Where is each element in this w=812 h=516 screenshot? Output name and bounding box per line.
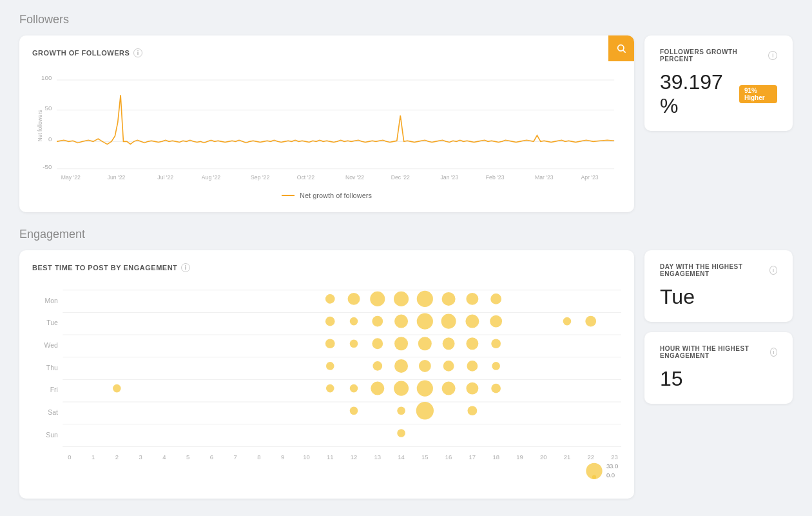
svg-point-98 xyxy=(371,382,384,395)
svg-point-80 xyxy=(325,339,335,348)
svg-text:Apr '23: Apr '23 xyxy=(581,174,599,181)
svg-text:Jun '22: Jun '22 xyxy=(108,174,126,181)
svg-point-81 xyxy=(350,339,358,348)
svg-point-103 xyxy=(491,384,501,393)
followers-grid: GROWTH OF FOLLOWERS i 100 50 0 -50 Net f… xyxy=(19,35,793,212)
chart-legend: Net growth of followers xyxy=(32,192,621,199)
growth-badge: 91% Higher xyxy=(739,85,777,103)
svg-point-68 xyxy=(466,293,478,305)
svg-text:3: 3 xyxy=(139,453,142,461)
svg-point-72 xyxy=(372,316,383,327)
svg-point-76 xyxy=(465,315,479,328)
svg-point-92 xyxy=(443,361,454,372)
svg-point-89 xyxy=(372,361,382,371)
svg-text:21: 21 xyxy=(564,453,571,461)
svg-text:100: 100 xyxy=(41,74,52,81)
svg-point-106 xyxy=(416,402,434,419)
svg-point-73 xyxy=(394,315,408,328)
svg-text:9: 9 xyxy=(281,453,284,461)
best-time-title: BEST TIME TO POST BY ENGAGEMENT i xyxy=(32,263,621,272)
svg-text:19: 19 xyxy=(516,453,523,461)
hour-card-label: HOUR WITH THE HIGHEST ENGAGEMENT xyxy=(660,345,770,359)
bubble-chart-svg: Mon Tue Wed Thu Fri Sat Sun 0 1 2 3 4 5 … xyxy=(32,280,621,483)
growth-percent-value: 39.197 % 91% Higher xyxy=(660,70,777,118)
growth-chart-svg: 100 50 0 -50 Net followers May '22 Jun '… xyxy=(32,68,621,184)
engagement-section: Engagement BEST TIME TO POST BY ENGAGEME… xyxy=(19,228,793,499)
growth-percent-card: FOLLOWERS GROWTH PERCENT i 39.197 % 91% … xyxy=(644,35,793,131)
svg-point-79 xyxy=(585,316,596,327)
svg-point-104 xyxy=(350,406,358,415)
svg-text:17: 17 xyxy=(469,453,476,461)
svg-point-91 xyxy=(419,360,431,372)
svg-point-93 xyxy=(467,361,478,372)
svg-point-105 xyxy=(397,406,405,415)
svg-point-77 xyxy=(490,315,502,328)
svg-point-66 xyxy=(417,291,433,307)
svg-point-88 xyxy=(326,362,334,370)
svg-point-69 xyxy=(490,293,501,304)
stat-card-header: FOLLOWERS GROWTH PERCENT i xyxy=(660,48,777,63)
svg-text:8: 8 xyxy=(257,453,260,461)
svg-text:12: 12 xyxy=(351,453,358,461)
svg-text:33.0: 33.0 xyxy=(606,462,618,470)
svg-text:Sep '22: Sep '22 xyxy=(251,174,269,181)
best-time-card: BEST TIME TO POST BY ENGAGEMENT i Mon Tu… xyxy=(19,250,634,499)
svg-text:Feb '23: Feb '23 xyxy=(486,174,505,181)
svg-text:15: 15 xyxy=(421,453,429,461)
svg-point-108 xyxy=(397,429,405,437)
svg-text:2: 2 xyxy=(115,453,119,461)
svg-text:Jul '22: Jul '22 xyxy=(157,174,173,181)
hour-card: HOUR WITH THE HIGHEST ENGAGEMENT i 15 xyxy=(644,332,793,404)
svg-point-84 xyxy=(418,337,432,350)
growth-card-title: GROWTH OF FOLLOWERS i xyxy=(32,48,621,57)
hour-card-value: 15 xyxy=(660,367,777,391)
svg-text:Oct '22: Oct '22 xyxy=(297,174,315,181)
svg-text:0: 0 xyxy=(68,453,71,461)
day-info-icon[interactable]: i xyxy=(769,266,777,275)
svg-text:23: 23 xyxy=(611,453,618,461)
hour-info-icon[interactable]: i xyxy=(770,348,777,357)
followers-section: Followers GROWTH OF FOLLOWERS i 100 50 0… xyxy=(19,13,793,212)
svg-point-99 xyxy=(394,381,409,396)
growth-chart-card: GROWTH OF FOLLOWERS i 100 50 0 -50 Net f… xyxy=(19,35,634,212)
svg-point-87 xyxy=(491,339,501,348)
svg-text:Net followers: Net followers xyxy=(37,110,43,142)
svg-point-78 xyxy=(563,317,572,326)
svg-text:Nov '22: Nov '22 xyxy=(345,174,364,181)
svg-point-75 xyxy=(441,314,456,329)
svg-point-65 xyxy=(394,292,409,306)
svg-text:Aug '22: Aug '22 xyxy=(202,174,220,181)
stat-info-icon[interactable]: i xyxy=(768,51,777,60)
search-button[interactable] xyxy=(608,35,634,61)
svg-point-70 xyxy=(325,317,335,326)
svg-text:20: 20 xyxy=(540,453,547,461)
svg-text:Jan '23: Jan '23 xyxy=(441,174,459,181)
svg-point-112 xyxy=(592,475,596,479)
svg-point-63 xyxy=(348,293,360,305)
growth-info-icon[interactable]: i xyxy=(133,48,142,57)
day-card: DAY WITH THE HIGHEST ENGAGEMENT i Tue xyxy=(644,250,793,322)
svg-text:Tue: Tue xyxy=(46,319,58,326)
svg-point-86 xyxy=(466,337,478,350)
day-card-header: DAY WITH THE HIGHEST ENGAGEMENT i xyxy=(660,263,777,277)
svg-text:Fri: Fri xyxy=(50,386,58,393)
svg-point-82 xyxy=(372,338,383,349)
best-time-info-icon[interactable]: i xyxy=(181,263,190,272)
svg-text:Wed: Wed xyxy=(44,341,59,349)
bubble-chart-container: Mon Tue Wed Thu Fri Sat Sun 0 1 2 3 4 5 … xyxy=(32,280,621,486)
svg-text:Mar '23: Mar '23 xyxy=(535,174,554,181)
hour-card-header: HOUR WITH THE HIGHEST ENGAGEMENT i xyxy=(660,345,777,359)
svg-point-94 xyxy=(492,362,500,370)
svg-text:Sun: Sun xyxy=(46,431,58,439)
svg-text:1: 1 xyxy=(92,453,95,461)
svg-text:6: 6 xyxy=(210,453,213,461)
day-card-label: DAY WITH THE HIGHEST ENGAGEMENT xyxy=(660,263,769,277)
svg-text:18: 18 xyxy=(492,453,499,461)
svg-line-1 xyxy=(623,50,626,53)
svg-point-107 xyxy=(468,406,478,415)
svg-point-83 xyxy=(394,337,408,350)
svg-point-67 xyxy=(442,292,456,306)
svg-text:0.0: 0.0 xyxy=(606,471,615,479)
svg-text:-50: -50 xyxy=(43,163,52,170)
svg-text:5: 5 xyxy=(186,453,189,461)
